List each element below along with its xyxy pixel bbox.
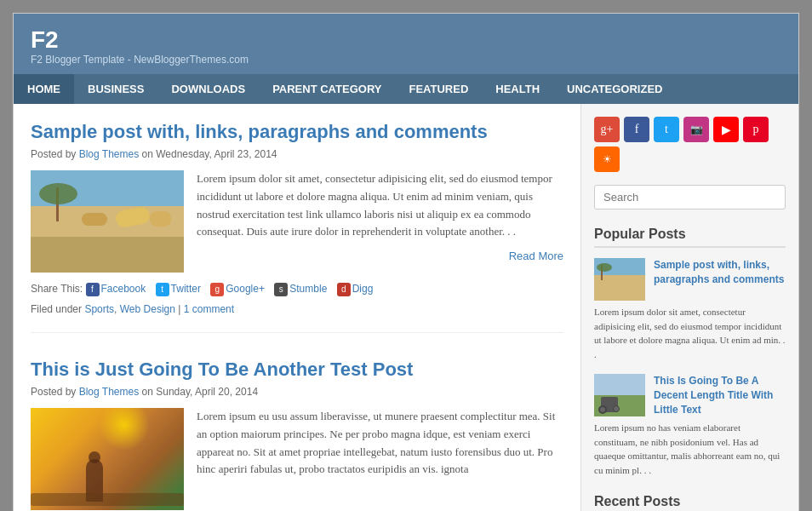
popular-post-2: This Is Going To Be A Decent Length Titl… xyxy=(594,374,786,477)
stumble-share-icon: s xyxy=(274,283,288,296)
sidebar: g+ f t 📷 ▶ p ☀ Popular Posts xyxy=(581,104,798,511)
googleplus-share-link[interactable]: Google+ xyxy=(226,283,265,295)
post-1-share: Share This: fFacebook tTwitter gGoogle+ … xyxy=(31,283,563,296)
post-1-title[interactable]: Sample post with, links, paragraphs and … xyxy=(31,121,563,143)
twitter-icon[interactable]: t xyxy=(654,117,679,142)
post-2: This is Just Going To Be Another Test Po… xyxy=(31,359,563,511)
popular-post-2-inner: This Is Going To Be A Decent Length Titl… xyxy=(594,374,786,416)
main-content: Sample post with, links, paragraphs and … xyxy=(14,104,581,511)
recent-posts-title: Recent Posts xyxy=(594,494,786,511)
content-wrapper: Sample post with, links, paragraphs and … xyxy=(14,104,798,511)
girl-image xyxy=(31,408,184,510)
post-1-comments[interactable]: 1 comment xyxy=(184,303,234,315)
twitter-share-link[interactable]: Twitter xyxy=(171,283,201,295)
twitter-share-icon: t xyxy=(156,283,169,296)
post-2-meta: Posted by Blog Themes on Sunday, April 2… xyxy=(31,386,563,398)
post-1-read-more: Read More xyxy=(197,248,563,266)
post-2-body: Lorem ipsum eu usu assum liberavisse, ut… xyxy=(31,408,563,510)
facebook-icon[interactable]: f xyxy=(624,117,649,142)
post-2-image xyxy=(31,408,184,510)
post-1-body: Lorem ipsum dolor sit amet, consectetur … xyxy=(31,170,563,273)
post-1: Sample post with, links, paragraphs and … xyxy=(31,121,563,333)
post-1-filed-under: Filed under Sports, Web Design | 1 comme… xyxy=(31,303,563,315)
nav-item-health[interactable]: HEALTH xyxy=(482,74,553,104)
popular-post-2-title[interactable]: This Is Going To Be A Decent Length Titl… xyxy=(654,374,786,416)
tag-sports[interactable]: Sports xyxy=(84,303,114,315)
safari-scene-image xyxy=(31,170,184,273)
pinterest-icon[interactable]: p xyxy=(743,117,769,142)
post-2-author[interactable]: Blog Themes xyxy=(79,386,139,398)
googleplus-share-icon: g xyxy=(210,283,224,296)
nav-item-home[interactable]: HOME xyxy=(14,74,74,104)
popular-posts-section: Popular Posts Sample post with, links, p… xyxy=(594,227,786,477)
popular-post-1: Sample post with, links, paragraphs and … xyxy=(594,258,786,361)
nav-item-featured[interactable]: FEATURED xyxy=(395,74,482,104)
post-1-image xyxy=(31,170,184,273)
social-icons-group: g+ f t 📷 ▶ p ☀ xyxy=(594,117,786,172)
nav-item-uncategorized[interactable]: UNCATEGORIZED xyxy=(553,74,676,104)
popular-post-2-excerpt: Lorem ipsum no has veniam elaboraret con… xyxy=(594,421,786,477)
popular-post-1-title[interactable]: Sample post with, links, paragraphs and … xyxy=(654,258,786,301)
digg-share-link[interactable]: Digg xyxy=(352,283,374,295)
site-header: F2 F2 Blogger Template - NewBloggerTheme… xyxy=(14,14,798,74)
search-input[interactable] xyxy=(594,185,786,210)
nav-item-downloads[interactable]: DOWNLOADS xyxy=(157,74,259,104)
post-1-date: Wednesday, April 23, 2014 xyxy=(156,148,277,160)
post-1-excerpt: Lorem ipsum dolor sit amet, consectetur … xyxy=(197,170,563,273)
facebook-share-icon: f xyxy=(86,283,100,296)
gplus-icon[interactable]: g+ xyxy=(594,117,620,142)
stumble-share-link[interactable]: Stumble xyxy=(289,283,327,295)
site-tagline: F2 Blogger Template - NewBloggerThemes.c… xyxy=(31,54,781,66)
site-title: F2 xyxy=(31,26,781,54)
nav-bar: HOME BUSINESS DOWNLOADS PARENT CATEGORY … xyxy=(14,74,798,104)
popular-post-1-inner: Sample post with, links, paragraphs and … xyxy=(594,258,786,301)
popular-post-1-excerpt: Lorem ipsum dolor sit amet, consectetur … xyxy=(594,305,786,361)
popular-post-2-thumb xyxy=(594,374,645,416)
digg-share-icon: d xyxy=(337,283,351,296)
youtube-icon[interactable]: ▶ xyxy=(713,117,739,142)
rss-icon[interactable]: ☀ xyxy=(594,146,620,172)
search-box xyxy=(594,185,786,210)
post-2-excerpt: Lorem ipsum eu usu assum liberavisse, ut… xyxy=(197,408,563,510)
post-1-meta: Posted by Blog Themes on Wednesday, Apri… xyxy=(31,148,563,160)
post-2-date: Sunday, April 20, 2014 xyxy=(156,386,258,398)
recent-posts-section: Recent Posts Sample post with, links, pa… xyxy=(594,494,786,511)
nav-item-business[interactable]: BUSINESS xyxy=(74,74,157,104)
post-1-read-more-link[interactable]: Read More xyxy=(509,250,563,262)
popular-posts-title: Popular Posts xyxy=(594,227,786,248)
facebook-share-link[interactable]: Facebook xyxy=(101,283,146,295)
popular-post-1-thumb xyxy=(594,258,645,301)
share-label: Share This: xyxy=(31,283,83,295)
post-2-title[interactable]: This is Just Going To Be Another Test Po… xyxy=(31,359,563,381)
nav-item-parent-category[interactable]: PARENT CATEGORY xyxy=(259,74,395,104)
tag-web-design[interactable]: Web Design xyxy=(120,303,175,315)
instagram-icon[interactable]: 📷 xyxy=(683,117,709,142)
post-1-author[interactable]: Blog Themes xyxy=(79,148,139,160)
